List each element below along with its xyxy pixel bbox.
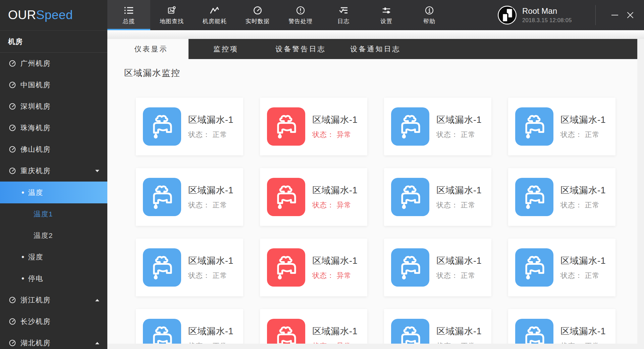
sidebar-item-room[interactable]: 广州机房 [0,53,107,74]
faucet-icon [143,107,181,146]
top-gap [107,30,644,39]
card-text: 区域漏水-1 状态： 正常 [560,114,606,139]
device-card[interactable]: 区域漏水-1 状态： 正常 [508,168,615,226]
chevron-up-icon[interactable] [95,299,99,301]
sidebar-item-room[interactable]: 长沙机房 [0,311,107,332]
card-status: 状态： 正常 [436,130,482,139]
card-title: 区域漏水-1 [188,114,233,126]
device-card[interactable]: 区域漏水-1 状态： 正常 [384,168,491,226]
room-label: 佛山机房 [20,145,51,154]
log-list-icon [338,5,348,16]
sidebar-item-room[interactable]: 中国机房 [0,74,107,96]
sidebar-header: 机房 [0,31,107,53]
card-text: 区域漏水-1 状态： 异常 [312,184,358,210]
sidebar-item-room[interactable]: 珠海机房 [0,117,107,139]
gauge-icon [9,339,16,347]
card-title: 区域漏水-1 [436,114,482,126]
card-text: 区域漏水-1 状态： 正常 [436,255,482,280]
nav-item-realtime-data[interactable]: 实时数据 [236,0,279,30]
card-status: 状态： 正常 [560,271,606,280]
faucet-icon [515,107,553,146]
nav-item-help[interactable]: 帮助 [408,0,451,30]
avatar[interactable] [497,5,517,25]
room-label: 广州机房 [20,59,51,68]
card-status: 状态： 正常 [188,130,233,139]
chevron-up-icon[interactable] [95,342,99,344]
device-card[interactable]: 区域漏水-1 状态： 异常 [260,168,367,226]
sidebar-subitem[interactable]: •湿度 [0,246,107,268]
card-status: 状态： 正常 [188,271,233,280]
nav-item-map-search[interactable]: 地图查找 [150,0,193,30]
device-card[interactable]: 区域漏水-1 状态： 正常 [136,309,243,349]
sidebar-item-room[interactable]: 浙江机房 [0,289,107,311]
card-text: 区域漏水-1 状态： 正常 [436,114,482,139]
tab-device-notify-log[interactable]: 设备通知日志 [338,39,413,59]
card-text: 区域漏水-1 状态： 正常 [188,114,233,139]
sidebar-subitem[interactable]: 温度1 [0,203,107,225]
sidebar-item-room[interactable]: 佛山机房 [0,139,107,160]
sidebar-item-room[interactable]: 深圳机房 [0,96,107,117]
list-icon [124,5,134,16]
device-card[interactable]: 区域漏水-1 状态： 正常 [508,239,615,296]
device-card[interactable]: 区域漏水-1 状态： 正常 [384,239,491,296]
faucet-icon [267,248,305,287]
nav-label: 总揽 [123,17,135,25]
device-card[interactable]: 区域漏水-1 状态： 正常 [508,309,615,349]
subitem-label: 温度1 [34,209,53,219]
nav-item-alert-handling[interactable]: 警告处理 [279,0,322,30]
faucet-icon [267,107,305,146]
device-card[interactable]: 区域漏水-1 状态： 正常 [508,98,615,155]
device-card[interactable]: 区域漏水-1 状态： 正常 [136,168,243,226]
tab-monitor-items[interactable]: 监控项 [189,39,263,59]
room-label: 重庆机房 [20,166,51,176]
sidebar-subitem[interactable]: •停电 [0,268,107,289]
card-title: 区域漏水-1 [188,255,233,267]
card-status: 状态： 正常 [436,200,482,210]
chevron-down-icon[interactable] [95,170,99,172]
app-logo: OURSpeed [0,0,107,30]
device-card[interactable]: 区域漏水-1 状态： 异常 [260,239,367,296]
card-title: 区域漏水-1 [560,255,606,267]
gauge-icon [9,124,16,132]
nav-label: 地图查找 [160,17,184,25]
sidebar-subitem[interactable]: 温度2 [0,225,107,246]
card-title: 区域漏水-1 [312,255,358,267]
card-status: 状态： 异常 [312,200,358,210]
device-card[interactable]: 区域漏水-1 状态： 正常 [384,98,491,155]
subitem-label: 温度2 [34,231,53,240]
sidebar-item-room[interactable]: 湖北机房 [0,332,107,349]
card-text: 区域漏水-1 状态： 正常 [560,184,606,210]
sidebar-subitem[interactable]: •温度 [0,182,107,203]
subitem-label: 停电 [28,274,43,283]
faucet-icon [391,178,429,216]
device-card[interactable]: 区域漏水-1 状态： 正常 [384,309,491,349]
gauge-icon [9,296,16,304]
card-text: 区域漏水-1 状态： 正常 [188,255,233,280]
bottom-scrollbar-track[interactable] [107,344,644,349]
device-card[interactable]: 区域漏水-1 状态： 正常 [136,239,243,296]
nav-item-energy[interactable]: 机房能耗 [193,0,236,30]
nav-item-overview[interactable]: 总揽 [107,0,150,30]
room-label: 中国机房 [20,80,51,90]
minimize-button[interactable] [610,10,620,20]
room-label: 深圳机房 [20,102,51,111]
faucet-icon [267,178,305,216]
room-label: 湖北机房 [20,338,51,348]
faucet-icon [391,248,429,287]
card-status: 状态： 正常 [436,271,482,280]
device-card[interactable]: 区域漏水-1 状态： 异常 [260,98,367,155]
device-card[interactable]: 区域漏水-1 状态： 正常 [136,98,243,155]
card-title: 区域漏水-1 [560,184,606,196]
nav-item-logs[interactable]: 日志 [322,0,365,30]
gauge-icon [9,318,16,325]
tab-dashboard-display[interactable]: 仪表显示 [114,39,189,59]
sidebar-item-room[interactable]: 重庆机房 [0,160,107,182]
subitem-label: 温度 [28,188,43,197]
close-button[interactable] [625,10,635,20]
tab-device-warning-log[interactable]: 设备警告日志 [263,39,338,59]
card-title: 区域漏水-1 [188,184,233,196]
nav-item-settings[interactable]: 设置 [365,0,408,30]
energy-zigzag-icon [210,5,219,16]
gauge-icon [9,103,16,110]
device-card[interactable]: 区域漏水-1 状态： 异常 [260,309,367,349]
